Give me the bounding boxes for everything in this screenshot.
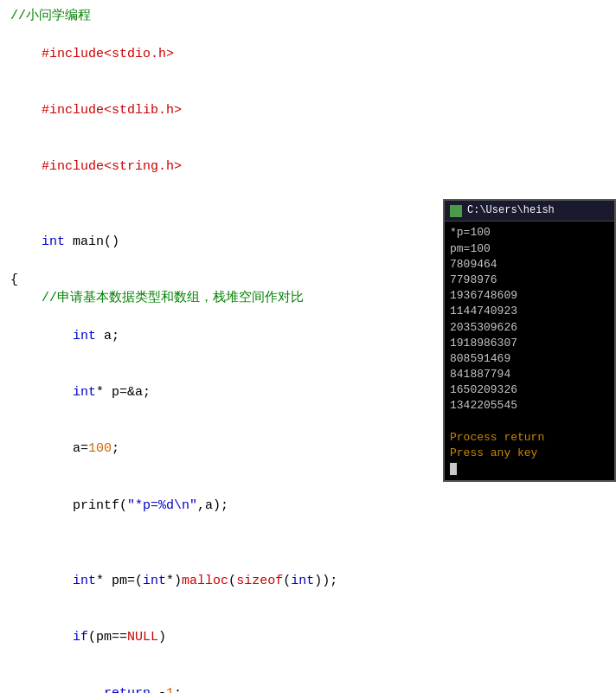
code-line-2: #include<stdio.h> (10, 26, 606, 82)
console-line-5: 1936748609 (450, 288, 609, 304)
console-line-12: 1342205545 (450, 398, 609, 414)
code-line-3: #include<stdlib.h> (10, 82, 606, 138)
console-line-blank (450, 414, 609, 430)
code-line-malloc1: int* pm=(int*)malloc(sizeof(int)); (10, 553, 606, 609)
code-line-4: #include<string.h> (10, 138, 606, 195)
console-line-4: 7798976 (450, 273, 609, 288)
console-cursor (450, 463, 457, 475)
console-line-3: 7809464 (450, 257, 609, 273)
console-line-process: Process return (450, 430, 609, 446)
code-line-if: if(pm==NULL) (10, 609, 606, 665)
console-line-8: 1918986307 (450, 336, 609, 351)
console-line-9: 808591469 (450, 351, 609, 367)
console-window-icon (450, 205, 462, 217)
console-line-11: 1650209326 (450, 382, 609, 398)
console-line-7: 2035309626 (450, 320, 609, 336)
console-body: *p=100 pm=100 7809464 7798976 1936748609… (445, 221, 614, 480)
console-line-2: pm=100 (450, 241, 609, 257)
console-line-1: *p=100 (450, 225, 609, 241)
code-line-return1: return -1; (10, 665, 606, 693)
console-line-press: Press any key (450, 446, 609, 461)
console-cursor-line (450, 461, 609, 477)
code-line-blank2 (10, 534, 606, 553)
console-title: C:\Users\heish (467, 203, 555, 218)
code-line-printf1: printf("*p=%d\n",a); (10, 478, 606, 534)
console-line-10: 841887794 (450, 367, 609, 382)
console-titlebar: C:\Users\heish (445, 201, 614, 221)
code-line-1: //小问学编程 (10, 7, 606, 26)
console-line-6: 1144740923 (450, 304, 609, 319)
console-window: C:\Users\heish *p=100 pm=100 7809464 779… (443, 199, 616, 482)
